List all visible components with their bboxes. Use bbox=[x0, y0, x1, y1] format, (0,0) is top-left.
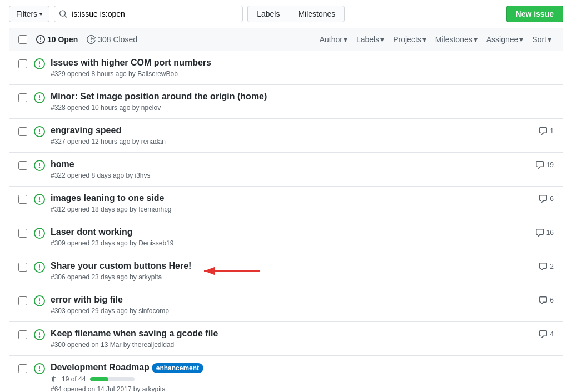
table-row: Minor: Set image position around the ori… bbox=[9, 85, 563, 119]
comment-count[interactable]: 6 bbox=[539, 194, 554, 203]
issues-container: 10 Open 308 Closed Author ▾ Labels ▾ Pro… bbox=[9, 28, 563, 392]
comment-number: 16 bbox=[546, 229, 554, 237]
progress-text: 19 of 44 bbox=[62, 375, 86, 383]
issue-open-icon bbox=[34, 160, 45, 171]
top-bar: Filters ▾ Labels Milestones New issue bbox=[0, 0, 572, 28]
issue-checkbox[interactable] bbox=[18, 161, 27, 170]
issue-open-icon bbox=[34, 295, 45, 306]
table-row: error with big file #303 opened 29 days … bbox=[9, 288, 563, 322]
author-filter[interactable]: Author ▾ bbox=[317, 34, 350, 45]
comment-icon bbox=[539, 127, 548, 135]
issues-list: Issues with higher COM port numbers #329… bbox=[9, 51, 563, 392]
search-input[interactable] bbox=[69, 6, 238, 22]
issue-title[interactable]: Issues with higher COM port numbers bbox=[51, 58, 211, 67]
comment-number: 1 bbox=[550, 127, 554, 135]
issue-right: 16 bbox=[535, 228, 554, 237]
comment-count[interactable]: 1 bbox=[539, 127, 554, 135]
labels-button[interactable]: Labels bbox=[247, 6, 289, 22]
open-count[interactable]: 10 Open bbox=[36, 35, 78, 44]
issue-checkbox[interactable] bbox=[18, 330, 27, 339]
issue-title-line: Laser dont working bbox=[51, 227, 526, 237]
issue-meta: #329 opened 8 hours ago by BallscrewBob bbox=[51, 70, 545, 78]
issue-open-icon bbox=[34, 329, 45, 340]
comment-number: 6 bbox=[550, 296, 554, 304]
comment-count[interactable]: 4 bbox=[539, 330, 554, 339]
issue-right: 6 bbox=[539, 194, 554, 203]
issue-title-line: engraving speed bbox=[51, 125, 530, 135]
issue-content: engraving speed #327 opened 12 hours ago… bbox=[51, 125, 530, 145]
issue-title-line: Keep filename when saving a gcode file bbox=[51, 329, 530, 339]
filters-button[interactable]: Filters ▾ bbox=[9, 6, 49, 22]
new-issue-button[interactable]: New issue bbox=[506, 6, 563, 22]
issue-open-icon bbox=[34, 262, 45, 273]
projects-filter[interactable]: Projects ▾ bbox=[391, 34, 429, 45]
comment-count[interactable]: 16 bbox=[535, 228, 554, 237]
issue-title[interactable]: engraving speed bbox=[51, 125, 121, 135]
issue-meta: #300 opened on 13 Mar by therealjedidad bbox=[51, 341, 530, 349]
assignee-filter[interactable]: Assignee ▾ bbox=[484, 34, 526, 45]
issue-open-icon bbox=[34, 228, 45, 239]
issue-checkbox[interactable] bbox=[18, 127, 27, 136]
issue-checkbox[interactable] bbox=[18, 229, 27, 238]
table-row: Keep filename when saving a gcode file #… bbox=[9, 322, 563, 356]
comment-count[interactable]: 2 bbox=[539, 262, 554, 271]
issue-open-icon bbox=[34, 92, 45, 103]
issue-title[interactable]: Laser dont working bbox=[51, 227, 133, 237]
table-row: Laser dont working #309 opened 23 days a… bbox=[9, 220, 563, 254]
issue-right: 6 bbox=[539, 296, 554, 305]
issue-checkbox[interactable] bbox=[18, 263, 27, 272]
search-icon bbox=[59, 9, 67, 18]
table-row: Share your custom buttons Here! #306 ope… bbox=[9, 254, 563, 288]
issue-title[interactable]: home bbox=[51, 159, 74, 169]
issue-content: Minor: Set image position around the ori… bbox=[51, 92, 545, 112]
chevron-icon: ▾ bbox=[380, 35, 384, 44]
filters-label: Filters bbox=[16, 9, 37, 18]
milestones-button[interactable]: Milestones bbox=[289, 6, 345, 22]
issue-open-icon bbox=[34, 194, 45, 205]
issue-meta: #322 opened 8 days ago by i3hvs bbox=[51, 172, 526, 179]
comment-count[interactable]: 6 bbox=[539, 296, 554, 305]
issue-title[interactable]: Share your custom buttons Here! bbox=[51, 261, 191, 270]
issue-right: 19 bbox=[535, 160, 554, 169]
comment-icon bbox=[539, 296, 548, 305]
chevron-icon: ▾ bbox=[422, 35, 426, 44]
issue-meta: #64 opened on 14 Jul 2017 by arkypita bbox=[51, 385, 545, 392]
comment-icon bbox=[539, 262, 548, 271]
issue-content: Keep filename when saving a gcode file #… bbox=[51, 329, 530, 349]
table-row: Development Roadmap enhancement 19 of 44… bbox=[9, 356, 563, 392]
issue-content: images leaning to one side #312 opened 1… bbox=[51, 193, 530, 213]
issue-right: 2 bbox=[539, 262, 554, 271]
closed-count[interactable]: 308 Closed bbox=[87, 35, 137, 44]
select-all-checkbox[interactable] bbox=[18, 35, 27, 44]
label-badge[interactable]: enhancement bbox=[152, 363, 203, 373]
issue-open-icon bbox=[34, 126, 45, 137]
issue-title[interactable]: Keep filename when saving a gcode file bbox=[51, 329, 218, 338]
issue-meta: #309 opened 23 days ago by Denisseb19 bbox=[51, 239, 526, 247]
table-row: engraving speed #327 opened 12 hours ago… bbox=[9, 119, 563, 153]
open-icon bbox=[36, 35, 45, 44]
issue-title[interactable]: Development Roadmap bbox=[51, 363, 150, 372]
issue-right: 4 bbox=[539, 330, 554, 339]
issue-title-line: error with big file bbox=[51, 295, 530, 305]
labels-filter[interactable]: Labels ▾ bbox=[354, 34, 386, 45]
sort-filter[interactable]: Sort ▾ bbox=[530, 34, 554, 45]
comment-count[interactable]: 19 bbox=[535, 160, 554, 169]
issue-checkbox[interactable] bbox=[18, 59, 27, 68]
issue-meta: #327 opened 12 hours ago by renadan bbox=[51, 138, 530, 145]
issue-checkbox[interactable] bbox=[18, 364, 27, 373]
comment-icon bbox=[539, 330, 548, 339]
issue-title[interactable]: images leaning to one side bbox=[51, 193, 165, 203]
progress-fill bbox=[90, 377, 108, 381]
chevron-icon: ▾ bbox=[474, 35, 478, 44]
table-row: Issues with higher COM port numbers #329… bbox=[9, 51, 563, 85]
chevron-icon: ▾ bbox=[344, 35, 347, 44]
issue-title[interactable]: error with big file bbox=[51, 295, 123, 304]
issue-checkbox[interactable] bbox=[18, 296, 27, 305]
comment-number: 19 bbox=[546, 161, 554, 169]
comment-number: 6 bbox=[550, 195, 554, 203]
milestones-filter[interactable]: Milestones ▾ bbox=[433, 34, 480, 45]
issue-checkbox[interactable] bbox=[18, 195, 27, 204]
issue-checkbox[interactable] bbox=[18, 93, 27, 102]
issue-title[interactable]: Minor: Set image position around the ori… bbox=[51, 92, 267, 101]
issue-title-line: images leaning to one side bbox=[51, 193, 530, 203]
